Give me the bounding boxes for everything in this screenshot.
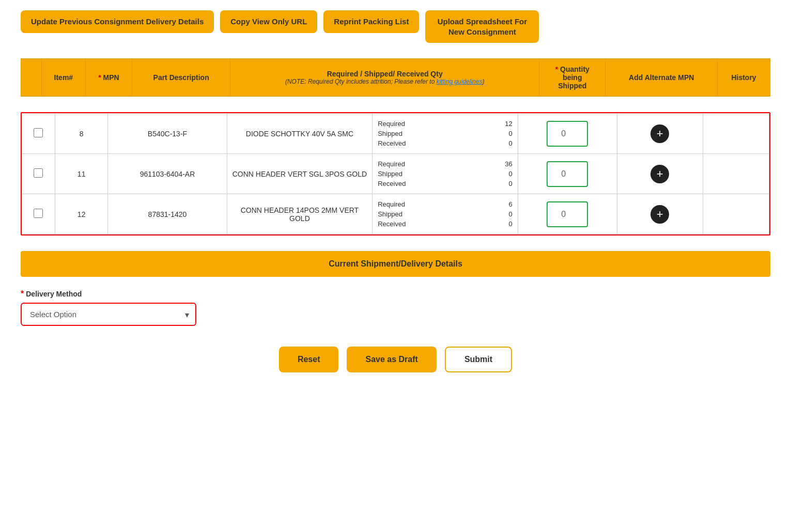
- row-1-desc: DIODE SCHOTTKY 40V 5A SMC: [227, 114, 373, 154]
- consignment-table-wrapper: Item# * MPN Part Description Required / …: [21, 58, 770, 236]
- row-3-checkbox[interactable]: [34, 209, 43, 218]
- row-3-qty-input[interactable]: [547, 201, 588, 227]
- row-1-mpn: B540C-13-F: [108, 114, 227, 154]
- row-1-checkbox[interactable]: [34, 128, 43, 137]
- row-2-qty-input-cell[interactable]: [518, 154, 617, 194]
- update-consignment-button[interactable]: Update Previous Consignment Delivery Det…: [21, 10, 214, 33]
- delivery-method-label: * Delivery Method: [21, 289, 770, 299]
- add-alternate-mpn-header: Add Alternate MPN: [606, 59, 718, 97]
- shipment-section-header: Current Shipment/Delivery Details: [21, 251, 770, 277]
- item-header: Item#: [42, 59, 86, 97]
- row-1-item: 8: [55, 114, 107, 154]
- row-1-add-mpn-button[interactable]: +: [650, 124, 669, 143]
- qty-being-shipped-header: * QuantitybeingShipped: [539, 59, 606, 97]
- row-1-add-mpn-cell[interactable]: +: [617, 114, 703, 154]
- kitting-guidelines-link[interactable]: kitting guidelines: [437, 78, 483, 85]
- table-row: 11 961103-6404-AR CONN HEADER VERT SGL 3…: [22, 154, 769, 194]
- row-3-history: [703, 194, 769, 234]
- row-1-qty-input-cell[interactable]: [518, 114, 617, 154]
- copy-url-button[interactable]: Copy View Only URL: [220, 10, 317, 33]
- save-draft-button[interactable]: Save as Draft: [347, 347, 436, 372]
- row-2-qty-info: Required 36 Shipped 0 Received 0: [373, 154, 518, 194]
- row-3-desc: CONN HEADER 14POS 2MM VERT GOLD: [227, 194, 373, 234]
- row-3-qty-info: Required 6 Shipped 0 Received 0: [373, 194, 518, 234]
- top-action-buttons: Update Previous Consignment Delivery Det…: [21, 10, 770, 43]
- required-star: *: [21, 289, 24, 299]
- delivery-method-select-wrapper: Select Option Courier Hand Delivery Frei…: [21, 303, 196, 326]
- row-2-mpn: 961103-6404-AR: [108, 154, 227, 194]
- row-checkbox-cell[interactable]: [22, 194, 55, 234]
- row-2-add-mpn-cell[interactable]: +: [617, 154, 703, 194]
- delivery-method-section: * Delivery Method Select Option Courier …: [21, 289, 770, 326]
- checkbox-header: [21, 59, 42, 97]
- row-3-mpn: 87831-1420: [108, 194, 227, 234]
- row-2-qty-input[interactable]: [547, 161, 588, 187]
- data-rows-table: 8 B540C-13-F DIODE SCHOTTKY 40V 5A SMC R…: [22, 113, 769, 234]
- bottom-action-buttons: Reset Save as Draft Submit: [21, 347, 770, 393]
- row-1-qty-info: Required 12 Shipped 0 Received 0: [373, 114, 518, 154]
- reset-button[interactable]: Reset: [279, 347, 339, 372]
- row-2-history: [703, 154, 769, 194]
- row-2-add-mpn-button[interactable]: +: [650, 165, 669, 183]
- row-2-checkbox[interactable]: [34, 168, 43, 178]
- part-desc-header: Part Description: [132, 59, 230, 97]
- table-row: 8 B540C-13-F DIODE SCHOTTKY 40V 5A SMC R…: [22, 114, 769, 154]
- row-1-history: [703, 114, 769, 154]
- reprint-packing-button[interactable]: Reprint Packing List: [323, 10, 419, 33]
- row-1-qty-input[interactable]: [547, 121, 588, 147]
- row-3-add-mpn-button[interactable]: +: [650, 205, 669, 224]
- row-2-item: 11: [55, 154, 107, 194]
- submit-button[interactable]: Submit: [445, 347, 512, 372]
- row-3-add-mpn-cell[interactable]: +: [617, 194, 703, 234]
- row-checkbox-cell[interactable]: [22, 154, 55, 194]
- table-row: 12 87831-1420 CONN HEADER 14POS 2MM VERT…: [22, 194, 769, 234]
- row-2-desc: CONN HEADER VERT SGL 3POS GOLD: [227, 154, 373, 194]
- consignment-table: Item# * MPN Part Description Required / …: [21, 58, 770, 97]
- row-3-qty-input-cell[interactable]: [518, 194, 617, 234]
- row-3-item: 12: [55, 194, 107, 234]
- mpn-header: * MPN: [85, 59, 132, 97]
- delivery-method-select[interactable]: Select Option Courier Hand Delivery Frei…: [21, 303, 196, 326]
- data-rows-section: 8 B540C-13-F DIODE SCHOTTKY 40V 5A SMC R…: [21, 112, 770, 236]
- history-header: History: [718, 59, 770, 97]
- qty-header: Required / Shipped/ Received Qty (NOTE: …: [230, 59, 539, 97]
- upload-spreadsheet-button[interactable]: Upload Spreadsheet For New Consignment: [425, 10, 539, 43]
- row-checkbox-cell[interactable]: [22, 114, 55, 154]
